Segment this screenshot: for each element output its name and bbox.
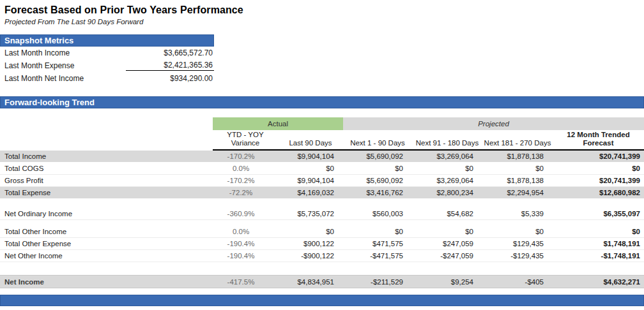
value-cell: -$900,122 [278,252,343,260]
variance-cell: 0.0% [213,165,278,172]
group-header-spacer [0,117,213,130]
value-cell: $560,003 [343,210,412,218]
actual-group-header: Actual [213,117,343,130]
label-column-header [0,148,213,151]
snapshot-row: Last Month Income$3,665,572.70 [0,47,214,59]
value-cell: $0 [412,165,482,172]
value-cell: $0 [482,165,553,172]
value-cell: -$471,575 [343,252,412,260]
value-cell: $1,878,138 [482,177,553,184]
variance-cell: -190.4% [213,240,278,247]
column-header-row: YTD - YOYVarianceLast 90 DaysNext 1 - 90… [0,130,644,151]
variance-cell: -170.2% [213,177,278,184]
value-cell: $3,269,064 [412,177,482,184]
value-cell: $0 [553,228,644,235]
group-header-row: Actual Projected [0,117,644,130]
value-cell: $0 [278,228,343,235]
table-row: Total Expense-72.2%$4,169,032$3,416,762$… [0,187,644,199]
value-cell: $2,294,954 [482,189,553,196]
snapshot-row-label: Last Month Net Income [4,74,84,83]
value-cell: $3,416,762 [343,189,412,196]
snapshot-row-value: $2,421,365.36 [126,61,214,71]
column-header: Next 1 - 90 Days [343,138,412,151]
value-cell: $0 [343,165,412,172]
table-row: Gross Profit-170.2%$9,904,104$5,690,092$… [0,175,644,187]
value-cell: -$405 [482,278,553,286]
page-subtitle: Projected From The Last 90 Days Forward [0,16,644,26]
value-cell: $5,690,092 [343,177,412,184]
value-cell: $900,122 [278,240,343,247]
snapshot-row-value: $934,290.00 [126,74,214,83]
value-cell: $2,800,234 [412,189,482,196]
footer-bar [0,295,644,306]
table-row: Net Other Income-190.4%-$900,122-$471,57… [0,250,644,262]
table-row: Total COGS0.0%$0$0$0$0$0 [0,163,644,175]
column-header: Last 90 Days [278,138,343,151]
forecast-report-page: Forecast Based on Prior Two Years Perfor… [0,0,644,310]
row-label: Total Other Expense [0,240,213,247]
row-label: Net Other Income [0,252,213,260]
value-cell: $4,632,271 [553,278,644,286]
table-row: Net Ordinary Income-360.9%$5,735,072$560… [0,208,644,220]
variance-cell: -170.2% [213,152,278,160]
value-cell: $5,339 [482,210,553,218]
variance-cell: 0.0% [213,228,278,235]
snapshot-row: Last Month Expense$2,421,365.36 [0,59,214,72]
row-label: Total COGS [0,165,213,172]
snapshot-row-label: Last Month Income [4,48,70,57]
variance-cell: -360.9% [213,210,278,218]
value-cell: $1,748,191 [553,240,644,247]
value-cell: -$247,059 [412,252,482,260]
variance-cell: -72.2% [213,189,278,196]
column-header: YTD - YOYVariance [213,130,278,151]
value-cell: $9,904,104 [278,177,343,184]
value-cell: $0 [412,228,482,235]
value-cell: -$129,435 [482,252,553,260]
page-title: Forecast Based on Prior Two Years Perfor… [0,0,644,16]
value-cell: $20,741,399 [553,177,644,184]
value-cell: $0 [482,228,553,235]
value-cell: $4,834,951 [278,278,343,286]
value-cell: $6,355,097 [553,210,644,218]
value-cell: $20,741,399 [553,152,644,160]
row-label: Total Income [0,152,213,160]
value-cell: -$211,529 [343,278,412,286]
row-label: Gross Profit [0,177,213,184]
trend-table-body: Total Income-170.2%$9,904,104$5,690,092$… [0,151,644,288]
value-cell: $12,680,982 [553,189,644,196]
value-cell: $0 [343,228,412,235]
value-cell: $0 [553,165,644,172]
value-cell: $247,059 [412,240,482,247]
value-cell: $9,904,104 [278,152,343,160]
value-cell: $129,435 [482,240,553,247]
column-header: 12 Month TrendedForecast [553,130,644,151]
snapshot-row: Last Month Net Income$934,290.00 [0,72,214,85]
value-cell: $5,735,072 [278,210,343,218]
variance-cell: -190.4% [213,252,278,260]
row-label: Total Expense [0,189,213,196]
row-label: Total Other Income [0,228,213,235]
snapshot-metrics-list: Last Month Income$3,665,572.70Last Month… [0,47,214,85]
value-cell: $54,682 [412,210,482,218]
column-header: Next 181 - 270 Days [482,138,553,151]
variance-cell: -417.5% [213,278,278,286]
projected-group-header: Projected [343,117,644,130]
value-cell: $5,690,092 [343,152,412,160]
row-label: Net Income [0,278,213,286]
snapshot-metrics-header: Snapshot Metrics [0,34,214,47]
value-cell: $1,878,138 [482,152,553,160]
table-row: Total Other Expense-190.4%$900,122$471,5… [0,238,644,250]
row-label: Net Ordinary Income [0,210,213,218]
value-cell: $0 [278,165,343,172]
snapshot-row-value: $3,665,572.70 [126,48,214,57]
column-header: Next 91 - 180 Days [412,138,482,151]
table-row: Total Income-170.2%$9,904,104$5,690,092$… [0,151,644,163]
value-cell: $3,269,064 [412,152,482,160]
table-row: Total Other Income0.0%$0$0$0$0$0 [0,226,644,238]
value-cell: $471,575 [343,240,412,247]
table-row: Net Income-417.5%$4,834,951-$211,529$9,2… [0,275,644,288]
value-cell: $4,169,032 [278,189,343,196]
value-cell: -$1,748,191 [553,252,644,260]
snapshot-row-label: Last Month Expense [4,61,74,70]
forward-looking-trend-header: Forward-looking Trend [0,96,644,108]
